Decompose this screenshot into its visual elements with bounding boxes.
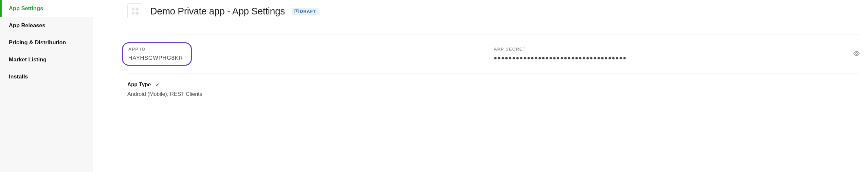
sidebar-item-label: Market Listing (9, 56, 46, 63)
app-icon (127, 3, 143, 19)
svg-point-2 (131, 12, 134, 15)
sidebar-item-label: App Releases (9, 22, 45, 29)
sidebar: App Settings App Releases Pricing & Dist… (0, 0, 93, 172)
draft-icon (294, 9, 299, 13)
main-content: Demo Private app - App Settings DRAFT AP… (93, 0, 868, 172)
app-secret-value: ●●●●●●●●●●●●●●●●●●●●●●●●●●●●●●●●●●●● (494, 55, 844, 62)
pencil-icon (155, 82, 160, 88)
svg-rect-0 (131, 7, 134, 10)
svg-rect-3 (136, 12, 139, 15)
sidebar-item-market-listing[interactable]: Market Listing (0, 51, 93, 68)
sidebar-item-pricing-distribution[interactable]: Pricing & Distribution (0, 34, 93, 51)
app-type-value: Android (Mobile), REST Clients (127, 91, 860, 97)
app-id-value: HAYHSGWPHG8KR (128, 55, 183, 62)
app-type-section: App Type Android (Mobile), REST Clients (127, 74, 860, 104)
sidebar-item-app-settings[interactable]: App Settings (0, 0, 93, 17)
reveal-secret-button[interactable] (853, 50, 860, 58)
app-type-label: App Type (127, 82, 151, 88)
app-id-highlight: APP ID HAYHSGWPHG8KR (122, 42, 192, 66)
badge-label: DRAFT (300, 9, 316, 14)
credentials-section: APP ID HAYHSGWPHG8KR APP SECRET ●●●●●●●●… (127, 34, 860, 74)
page-title: Demo Private app - App Settings (150, 6, 285, 17)
sidebar-item-label: App Settings (9, 5, 43, 11)
sidebar-item-installs[interactable]: Installs (0, 68, 93, 85)
svg-point-7 (856, 52, 858, 54)
status-badge: DRAFT (292, 8, 318, 15)
edit-app-type-button[interactable] (155, 82, 160, 88)
page-header: Demo Private app - App Settings DRAFT (127, 3, 860, 19)
svg-point-1 (136, 7, 139, 10)
sidebar-item-app-releases[interactable]: App Releases (0, 17, 93, 34)
app-id-label: APP ID (128, 47, 183, 52)
sidebar-item-label: Installs (9, 74, 28, 80)
sidebar-item-label: Pricing & Distribution (9, 40, 66, 46)
eye-icon (853, 50, 860, 58)
app-secret-label: APP SECRET (494, 47, 844, 52)
